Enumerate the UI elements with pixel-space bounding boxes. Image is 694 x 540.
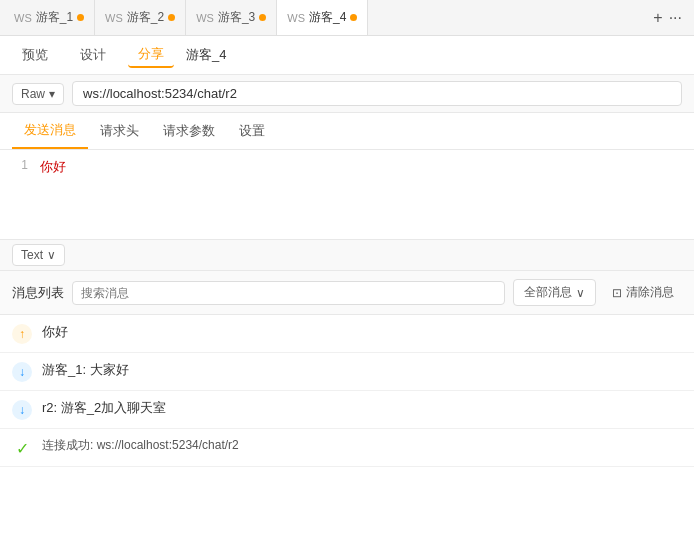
tab-ws-4[interactable]: WS 游客_4 bbox=[277, 0, 368, 35]
clear-messages-button[interactable]: ⊡ 清除消息 bbox=[604, 280, 682, 305]
message-list-label: 消息列表 bbox=[12, 284, 64, 302]
design-button[interactable]: 设计 bbox=[70, 43, 116, 67]
method-select[interactable]: Raw ▾ bbox=[12, 83, 64, 105]
tab-request-headers[interactable]: 请求头 bbox=[88, 114, 151, 148]
text-type-chevron-icon: ∨ bbox=[47, 248, 56, 262]
editor-area: 1 你好 bbox=[0, 150, 694, 240]
tab-ws-3[interactable]: WS 游客_3 bbox=[186, 0, 277, 35]
method-chevron-icon: ▾ bbox=[49, 87, 55, 101]
sub-nav: 预览 设计 分享 游客_4 bbox=[0, 36, 694, 75]
editor-content[interactable]: 你好 bbox=[36, 158, 694, 231]
message-item-2: ↓ 游客_1: 大家好 bbox=[0, 353, 694, 391]
tab-send-message[interactable]: 发送消息 bbox=[12, 113, 88, 149]
message-text-1: 你好 bbox=[42, 323, 68, 341]
method-label: Raw bbox=[21, 87, 45, 101]
filter-label: 全部消息 bbox=[524, 284, 572, 301]
ws-label-1: WS bbox=[14, 12, 32, 24]
url-input[interactable] bbox=[72, 81, 682, 106]
tab-name-1: 游客_1 bbox=[36, 9, 73, 26]
share-button[interactable]: 分享 bbox=[128, 42, 174, 68]
search-input[interactable] bbox=[72, 281, 505, 305]
editor-text: 你好 bbox=[40, 159, 66, 174]
message-item-1: ↑ 你好 bbox=[0, 315, 694, 353]
message-text-2: 游客_1: 大家好 bbox=[42, 361, 129, 379]
section-tabs: 发送消息 请求头 请求参数 设置 bbox=[0, 113, 694, 150]
ws-label-3: WS bbox=[196, 12, 214, 24]
clear-label: 清除消息 bbox=[626, 284, 674, 301]
filter-chevron-icon: ∨ bbox=[576, 286, 585, 300]
message-item-4: ✓ 连接成功: ws://localhost:5234/chat/r2 bbox=[0, 429, 694, 467]
message-direction-down-icon-1: ↓ bbox=[12, 362, 32, 382]
tab-dot-3 bbox=[259, 14, 266, 21]
message-text-4: 连接成功: ws://localhost:5234/chat/r2 bbox=[42, 437, 239, 454]
message-list-header: 消息列表 全部消息 ∨ ⊡ 清除消息 bbox=[0, 271, 694, 315]
tab-name-4: 游客_4 bbox=[309, 9, 346, 26]
tab-name-3: 游客_3 bbox=[218, 9, 255, 26]
tab-actions: + ··· bbox=[653, 9, 690, 27]
ws-label-4: WS bbox=[287, 12, 305, 24]
filter-button[interactable]: 全部消息 ∨ bbox=[513, 279, 596, 306]
add-tab-button[interactable]: + bbox=[653, 9, 662, 27]
tab-dot-2 bbox=[168, 14, 175, 21]
active-tab-name: 游客_4 bbox=[186, 46, 226, 64]
tab-name-2: 游客_2 bbox=[127, 9, 164, 26]
tab-ws-1[interactable]: WS 游客_1 bbox=[4, 0, 95, 35]
message-success-icon: ✓ bbox=[12, 438, 32, 458]
bottom-bar: Text ∨ bbox=[0, 240, 694, 271]
clear-icon: ⊡ bbox=[612, 286, 622, 300]
tab-settings[interactable]: 设置 bbox=[227, 114, 277, 148]
more-tabs-button[interactable]: ··· bbox=[669, 9, 682, 27]
text-type-label: Text bbox=[21, 248, 43, 262]
message-item-3: ↓ r2: 游客_2加入聊天室 bbox=[0, 391, 694, 429]
message-direction-up-icon: ↑ bbox=[12, 324, 32, 344]
text-type-button[interactable]: Text ∨ bbox=[12, 244, 65, 266]
tab-bar: WS 游客_1 WS 游客_2 WS 游客_3 WS 游客_4 + ··· bbox=[0, 0, 694, 36]
url-bar: Raw ▾ bbox=[0, 75, 694, 113]
message-list: ↑ 你好 ↓ 游客_1: 大家好 ↓ r2: 游客_2加入聊天室 ✓ 连接成功:… bbox=[0, 315, 694, 467]
ws-label-2: WS bbox=[105, 12, 123, 24]
message-text-3: r2: 游客_2加入聊天室 bbox=[42, 399, 166, 417]
tab-dot-4 bbox=[350, 14, 357, 21]
tab-request-params[interactable]: 请求参数 bbox=[151, 114, 227, 148]
line-number-1: 1 bbox=[8, 158, 28, 172]
tab-dot-1 bbox=[77, 14, 84, 21]
line-numbers: 1 bbox=[0, 158, 36, 231]
message-direction-down-icon-2: ↓ bbox=[12, 400, 32, 420]
preview-button[interactable]: 预览 bbox=[12, 43, 58, 67]
tab-ws-2[interactable]: WS 游客_2 bbox=[95, 0, 186, 35]
